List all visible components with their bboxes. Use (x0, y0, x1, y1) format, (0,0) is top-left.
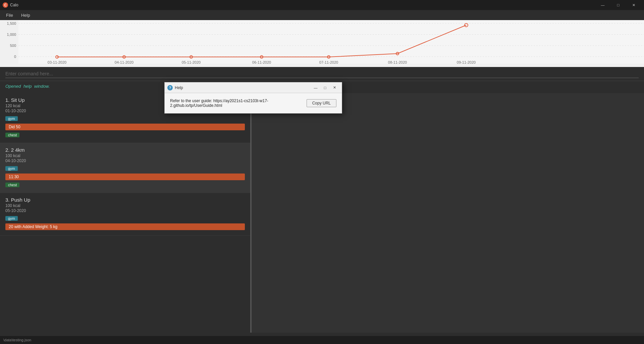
help-dialog: ? Help — □ ✕ Refer to the user guide: ht… (164, 82, 342, 114)
chart-area: 1,500 1,000 500 0 03-11-2020 04-11-2020 … (0, 20, 644, 67)
right-panel: 1. pushup 100 kcal (252, 93, 644, 333)
title-text: Calo (10, 3, 18, 7)
svg-text:500: 500 (10, 44, 16, 48)
svg-text:06-11-2020: 06-11-2020 (252, 60, 271, 64)
command-area (0, 67, 644, 81)
help-minimize-button[interactable]: — (311, 83, 320, 92)
main-content: 1. Sit Up 120 kcal 01-10-2020 gym Did 50… (0, 93, 644, 333)
status-bar: \data\testing.json (0, 336, 644, 344)
tag-gym-2: gym (5, 166, 18, 171)
menu-bar: File Help (0, 10, 644, 20)
exercise-date-2: 04-10-2020 (5, 158, 245, 163)
svg-text:03-11-2020: 03-11-2020 (48, 60, 66, 64)
svg-text:08-11-2020: 08-11-2020 (388, 60, 407, 64)
svg-text:1,000: 1,000 (7, 32, 16, 37)
minimize-button[interactable]: — (595, 0, 610, 10)
window-controls: — □ ✕ (595, 0, 641, 10)
svg-text:05-11-2020: 05-11-2020 (182, 60, 201, 64)
status-path: \data\testing.json (3, 338, 31, 342)
menu-file[interactable]: File (3, 11, 16, 19)
help-dialog-titlebar: ? Help — □ ✕ (165, 82, 342, 93)
left-panel[interactable]: 1. Sit Up 120 kcal 01-10-2020 gym Did 50… (0, 93, 252, 333)
close-button[interactable]: ✕ (626, 0, 641, 10)
tag-chest-1: chest (5, 133, 19, 137)
exercise-kcal-2: 100 kcal (5, 153, 245, 158)
exercise-kcal-3: 100 kcal (5, 203, 245, 208)
svg-text:09-11-2020: 09-11-2020 (457, 60, 476, 64)
help-icon: ? (167, 85, 173, 90)
help-maximize-button[interactable]: □ (320, 83, 330, 92)
exercise-date-3: 05-10-2020 (5, 208, 245, 213)
tag-chest-2: chest (5, 183, 19, 187)
help-dialog-title-left: ? Help (167, 85, 183, 90)
output-prefix: Opened (5, 84, 21, 89)
help-close-button[interactable]: ✕ (330, 83, 339, 92)
title-bar-left: C Calo (3, 2, 18, 8)
svg-text:0: 0 (14, 55, 16, 59)
app-icon: C (3, 2, 8, 8)
help-dialog-controls: — □ ✕ (311, 83, 339, 92)
command-input[interactable] (5, 70, 639, 78)
chart-svg: 1,500 1,000 500 0 03-11-2020 04-11-2020 … (0, 20, 644, 67)
help-dialog-text: Refer to the user guide: https://ay2021s… (170, 98, 303, 108)
copy-url-button[interactable]: Copy URL (307, 99, 336, 107)
help-dialog-body: Refer to the user guide: https://ay2021s… (165, 93, 342, 113)
exercise-title-2: 2. 2 4km (5, 147, 245, 153)
output-suffix: window. (34, 84, 50, 89)
exercise-item-3: 3. Push Up 100 kcal 05-10-2020 gym 20 wi… (0, 193, 250, 236)
exercise-item-2: 2. 2 4km 100 kcal 04-10-2020 gym 11:30 c… (0, 143, 250, 193)
svg-text:1,500: 1,500 (7, 21, 16, 25)
menu-help[interactable]: Help (18, 11, 34, 19)
output-keyword: help (23, 84, 32, 89)
title-bar: C Calo — □ ✕ (0, 0, 644, 10)
help-dialog-title-text: Help (175, 85, 183, 90)
tag-gym-1: gym (5, 116, 18, 121)
exercise-bar-2: 11:30 (5, 174, 245, 180)
exercise-bar-3: 20 with Added Weight: 5 kg (5, 223, 245, 230)
svg-text:04-11-2020: 04-11-2020 (115, 60, 133, 64)
exercise-title-3: 3. Push Up (5, 197, 245, 203)
maximize-button[interactable]: □ (610, 0, 626, 10)
tag-gym-3: gym (5, 216, 18, 221)
exercise-bar-1: Did 50 (5, 124, 245, 130)
svg-text:07-11-2020: 07-11-2020 (319, 60, 338, 64)
